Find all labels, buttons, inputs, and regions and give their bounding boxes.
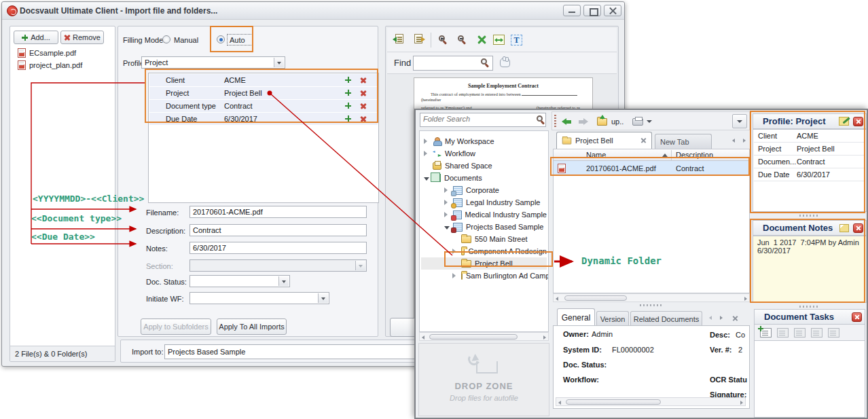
expander-icon[interactable] [424,139,427,144]
add-index-icon[interactable] [345,115,351,122]
doc-status-select-arrow-icon[interactable] [278,276,289,286]
doc-status-select[interactable] [189,275,290,287]
edit-profile-icon[interactable] [839,117,849,126]
tasks-panel-header[interactable]: Document Tasks [754,309,865,325]
scroll-right-icon[interactable] [543,335,546,340]
task-history-icon[interactable] [828,328,839,338]
index-value[interactable]: Contract [224,102,345,110]
profile-select[interactable]: Project [141,56,285,69]
maximize-button[interactable] [583,5,601,16]
initiate-wf-select-arrow-icon[interactable] [318,293,328,303]
profile-row-due-date[interactable]: Due Date6/30/2017 [754,168,865,181]
tab-related-documents[interactable]: Related Documents [630,311,702,326]
tree-item-medical-industry-sample[interactable]: Medical Industry Sample [421,208,547,221]
tab-scroll-left-icon[interactable] [732,139,735,143]
auto-radio[interactable] [217,35,225,43]
close-button[interactable] [604,5,621,16]
expander-icon[interactable] [452,249,456,254]
list-horizontal-scrollbar[interactable] [553,293,750,302]
new-task-icon[interactable] [760,328,772,338]
file-list-item[interactable]: ECsample.pdf [18,48,76,58]
index-row-document-type[interactable]: Document type Contract [149,100,378,112]
scrollbar-thumb[interactable] [564,295,627,301]
export-page-icon[interactable] [414,34,422,43]
tree-item-shared-space[interactable]: Shared Space [421,160,547,172]
tree-item-550-main-street[interactable]: 550 Main Street [421,233,547,245]
import-page-icon[interactable] [395,34,403,43]
add-index-icon[interactable] [345,103,351,109]
scroll-left-icon[interactable] [422,335,424,340]
tree-item-my-workspace[interactable]: My Workspace [421,135,547,147]
expander-icon[interactable] [444,200,448,205]
info-horizontal-scrollbar[interactable] [556,397,746,406]
zoom-in-icon[interactable] [439,35,445,41]
zoom-out-icon[interactable] [458,35,464,41]
complete-task-icon[interactable] [811,328,822,338]
forward-icon[interactable] [579,119,588,125]
horizontal-splitter[interactable] [640,304,662,306]
note-icon[interactable] [839,224,849,232]
scrollbar-thumb[interactable] [429,334,518,340]
back-icon[interactable] [562,119,571,125]
expander-icon[interactable] [424,151,427,156]
add-index-icon[interactable] [345,77,351,83]
tree-item-project-bell[interactable]: Project Bell [421,257,547,270]
toolbar-overflow-button[interactable] [732,114,747,128]
printer-dropdown-icon[interactable] [647,120,652,123]
up-label[interactable]: up.. [611,117,623,126]
tree-item-legal-industry-sample[interactable]: Legal Industry Sample [421,196,547,208]
profile-panel-header[interactable]: Profile: Project [753,113,867,129]
remove-index-icon[interactable] [360,77,366,83]
delete-task-icon[interactable] [794,328,806,338]
dock-splitter[interactable] [799,215,820,217]
manual-radio-label[interactable]: Manual [174,36,198,44]
file-row-selected[interactable]: 20170601-ACME.pdf Contract [554,161,749,176]
remove-index-icon[interactable] [360,103,366,109]
expander-icon[interactable] [424,177,429,181]
tab-scroll-right-icon[interactable] [743,139,746,143]
filename-input[interactable]: 20170601-ACME.pdf [189,206,367,218]
tab-new-tab[interactable]: New Tab [655,134,712,149]
scroll-right-icon[interactable] [744,297,747,301]
tab-general[interactable]: General [557,308,595,326]
add-button[interactable]: Add... [14,31,58,44]
preview-printer-icon[interactable] [632,118,643,126]
remove-index-icon[interactable] [360,115,366,122]
add-index-icon[interactable] [345,90,351,96]
apply-to-subfolders-button[interactable]: Apply to Subfolders [141,318,211,335]
description-input[interactable]: Contract [189,224,367,236]
remove-index-icon[interactable] [360,90,366,96]
folder-search-input[interactable] [423,115,532,123]
tree-item-corporate[interactable]: Corporate [421,184,547,196]
profile-select-arrow-icon[interactable] [274,58,284,67]
fit-width-icon[interactable] [493,35,505,45]
index-value[interactable]: ACME [224,76,345,84]
tree-item-documents[interactable]: Documents [421,172,547,184]
tree-horizontal-scrollbar[interactable] [419,332,549,341]
expander-icon[interactable] [444,212,448,217]
up-folder-icon[interactable] [597,118,607,126]
index-row-project[interactable]: Project Project Bell [149,87,378,99]
notes-panel-body[interactable]: Jun 1 2017 7:04PM by Admin 6/30/2017 [753,236,867,303]
minimize-button[interactable] [563,5,581,16]
notes-input[interactable]: 6/30/2017 [189,242,367,254]
expander-icon[interactable] [444,226,450,230]
apply-to-all-imports-button[interactable]: Apply To All Imports [217,318,287,335]
initiate-wf-select[interactable] [189,292,329,304]
remove-button[interactable]: Remove [60,31,104,44]
tab-project-bell[interactable]: Project Bell [556,132,652,149]
notes-close-icon[interactable] [853,223,863,233]
find-search-icon[interactable] [481,58,487,65]
tab-close-icon[interactable] [640,138,647,144]
profile-row-document-type[interactable]: Documen...Contract [754,156,865,168]
file-list-item[interactable]: project_plan.pdf [18,60,82,70]
index-row-client[interactable]: Client ACME [149,74,378,86]
edit-task-icon[interactable] [777,328,789,338]
tree-item-sam-burlington[interactable]: Sam Burlington Ad Camp [421,270,547,282]
auto-radio-label[interactable]: Auto [230,36,245,44]
tree-item-projects-based-sample[interactable]: Projects Based Sample [421,221,547,233]
notes-panel-header[interactable]: Document Notes [753,220,867,236]
fit-page-icon[interactable] [477,35,487,45]
info-tab-scroll-right-icon[interactable] [720,316,723,320]
manual-radio[interactable] [162,35,170,43]
